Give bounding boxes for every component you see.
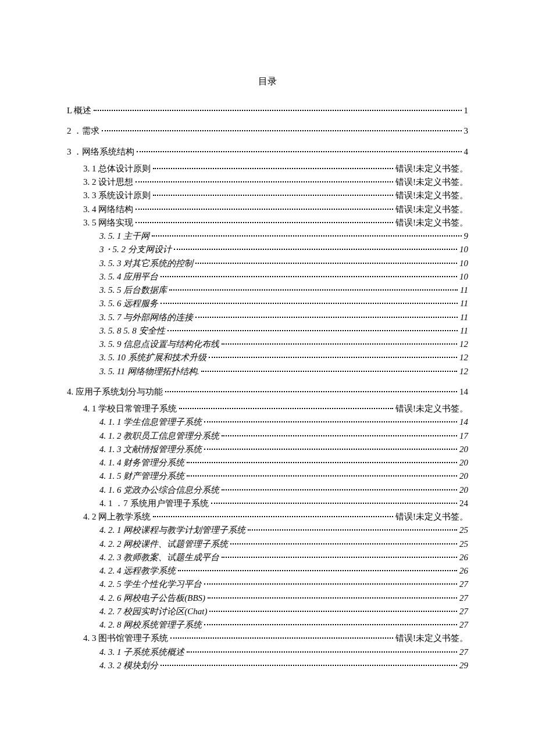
toc-leader-dots [169, 289, 458, 291]
toc-entry-page: 错误!未定义书签。 [395, 175, 468, 189]
toc-leader-dots [208, 597, 457, 599]
toc-leader-dots [170, 637, 393, 639]
toc-entry-page: 9 [464, 230, 469, 243]
toc-leader-dots [222, 557, 457, 558]
toc-entry-page: 11 [460, 284, 468, 297]
toc-entry: 4. 1. 2 教职员工信息管理分系统17 [99, 429, 468, 443]
toc-entry: 3. 5. 10 系统扩展和技术升级12 [99, 351, 468, 364]
toc-entry-page: 错误!未定义书签。 [395, 632, 468, 645]
toc-entry-label: 3. 5 网络实现 [83, 216, 133, 230]
toc-entry-label: 4. 1 ．7 系统用户管理子系统 [99, 497, 209, 510]
toc-entry-page: 3 [464, 124, 469, 138]
toc-entry-label: 3. 5. 10 系统扩展和技术升级 [99, 351, 206, 364]
toc-entry: 4. 3. 2 模块划分29 [99, 659, 468, 672]
toc-entry-label: 4. 2. 8 网校系统管理子系统 [99, 618, 202, 632]
toc-entry: 4. 2. 3 教师教案、试题生成平台26 [99, 551, 468, 564]
toc-leader-dots [135, 209, 393, 210]
toc-entry-label: 3. 5. 6 远程服务 [99, 297, 158, 310]
toc-entry: 3. 3 系统设计原则错误!未定义书签。 [83, 189, 468, 202]
toc-entry: 4. 2. 2 网校课件、试题管理子系统25 [99, 538, 468, 551]
toc-entry-label: 3. 5. 9 信息点设置与结构化布线 [99, 338, 219, 351]
toc-leader-dots [222, 435, 457, 436]
toc-entry: 4. 2. 1 网校课程与教学计划管理子系统25 [99, 524, 468, 537]
toc-entry: 3. 5. 8 5. 8 安全性11 [99, 324, 468, 338]
toc-leader-dots [204, 449, 457, 450]
toc-entry-label: 3. 5. 4 应用平台 [99, 270, 158, 284]
toc-leader-dots [222, 343, 457, 345]
toc-leader-dots [174, 249, 457, 250]
toc-entry-page: 错误!未定义书签。 [395, 162, 468, 175]
toc-entry-page: 10 [459, 270, 468, 284]
toc-entry-page: 26 [459, 564, 468, 578]
toc-leader-dots [178, 570, 457, 571]
toc-leader-dots [209, 611, 457, 612]
toc-entry-label: 4. 1. 2 教职员工信息管理分系统 [99, 429, 219, 443]
toc-leader-dots [167, 330, 458, 331]
toc-entry-page: 10 [459, 257, 468, 270]
toc-entry: 4. 2. 4 远程教学系统26 [99, 564, 468, 578]
toc-entry-label: 4. 1. 4 财务管理分系统 [99, 456, 184, 470]
toc-entry: 3. 5 网络实现错误!未定义书签。 [83, 216, 468, 230]
toc-leader-dots [153, 195, 393, 196]
toc-entry: 3. 5. 9 信息点设置与结构化布线12 [99, 338, 468, 351]
toc-leader-dots [204, 583, 457, 585]
toc-entry: 4. 2. 6 网校电子公告板(BBS)27 [99, 592, 468, 605]
toc-entry-page: 14 [459, 385, 468, 399]
toc-entry-label: 4. 1. 6 党政办公综合信息分系统 [99, 483, 219, 497]
toc-entry-page: 20 [459, 470, 468, 483]
toc-leader-dots [195, 263, 457, 264]
toc-entry-page: 12 [459, 351, 468, 364]
toc-leader-dots [165, 391, 457, 392]
toc-entry-label: 3. 5. 1 主干网 [99, 230, 149, 243]
toc-entry: 4. 应用子系统划分与功能14 [67, 385, 468, 399]
toc-leader-dots [160, 276, 457, 277]
toc-entry: 4. 3 图书馆管理子系统错误!未定义书签。 [83, 632, 468, 645]
toc-entry: 3. 5. 5 后台数据库11 [99, 284, 468, 297]
toc-entry: 3. 5. 3 对其它系统的控制10 [99, 257, 468, 270]
toc-entry-label: 3. 4 网络结构 [83, 203, 133, 216]
toc-entry-label: 3. 5. 3 对其它系统的控制 [99, 257, 193, 270]
toc-entry-page: 27 [459, 578, 468, 591]
toc-entry-label: 4. 2. 5 学生个性化学习平台 [99, 578, 202, 591]
toc-entry-page: 20 [459, 483, 468, 497]
toc-entry-label: 3. 3 系统设计原则 [83, 189, 151, 202]
toc-leader-dots [153, 516, 393, 517]
toc-entry: 4. 2. 7 校园实时讨论区(Chat)27 [99, 605, 468, 618]
toc-leader-dots [102, 130, 461, 131]
toc-leader-dots [160, 665, 457, 666]
toc-entry-page: 27 [459, 646, 468, 659]
toc-entry-label: 3. 5. 8 5. 8 安全性 [99, 324, 165, 338]
toc-leader-dots [137, 151, 461, 152]
toc-entry-label: 3. 5. 5 后台数据库 [99, 284, 167, 297]
toc-entry-label: 4. 3 图书馆管理子系统 [83, 632, 168, 645]
toc-entry: 4. 1 学校日常管理子系统错误!未定义书签。 [83, 402, 468, 415]
toc-entry-label: 3 ．网络系统结构 [67, 145, 134, 159]
toc-leader-dots [94, 110, 461, 111]
toc-entry-page: 12 [459, 338, 468, 351]
toc-entry-label: 4. 2. 1 网校课程与教学计划管理子系统 [99, 524, 245, 537]
toc-leader-dots [153, 168, 393, 169]
toc-entry: 3・5. 2 分支网设计10 [99, 243, 468, 256]
toc-entry: 4. 1. 4 财务管理分系统20 [99, 456, 468, 470]
toc-entry-page: 12 [459, 365, 468, 378]
toc-entry: 4. 1. 3 文献情报管理分系统20 [99, 443, 468, 456]
toc-entry-page: 错误!未定义书签。 [395, 189, 468, 202]
toc-entry-page: 20 [459, 456, 468, 470]
toc-entry-label: 4. 3. 1 子系统系统概述 [99, 646, 184, 659]
toc-entry-page: 错误!未定义书签。 [395, 510, 468, 524]
toc-entry: 3. 5. 6 远程服务11 [99, 297, 468, 310]
toc-entry-label: 2 ．需求 [67, 124, 99, 138]
toc-entry-page: 错误!未定义书签。 [395, 216, 468, 230]
toc-entry-label: 3. 2 设计思想 [83, 175, 133, 189]
toc-entry: 3. 1 总体设计原则错误!未定义书签。 [83, 162, 468, 175]
toc-entry: 2 ．需求3 [67, 124, 468, 138]
toc-entry: 4. 2. 8 网校系统管理子系统27 [99, 618, 468, 632]
toc-entry-page: 27 [459, 618, 468, 632]
toc-leader-dots [135, 181, 393, 182]
toc-entry: 4. 2. 5 学生个性化学习平台27 [99, 578, 468, 591]
toc-entry-page: 1 [464, 104, 469, 117]
toc-entry-page: 错误!未定义书签。 [395, 402, 468, 415]
toc-leader-dots [230, 543, 457, 544]
toc-entry-label: 4. 2. 2 网校课件、试题管理子系统 [99, 538, 228, 551]
toc-entry: 3. 5. 1 主干网9 [99, 230, 468, 243]
